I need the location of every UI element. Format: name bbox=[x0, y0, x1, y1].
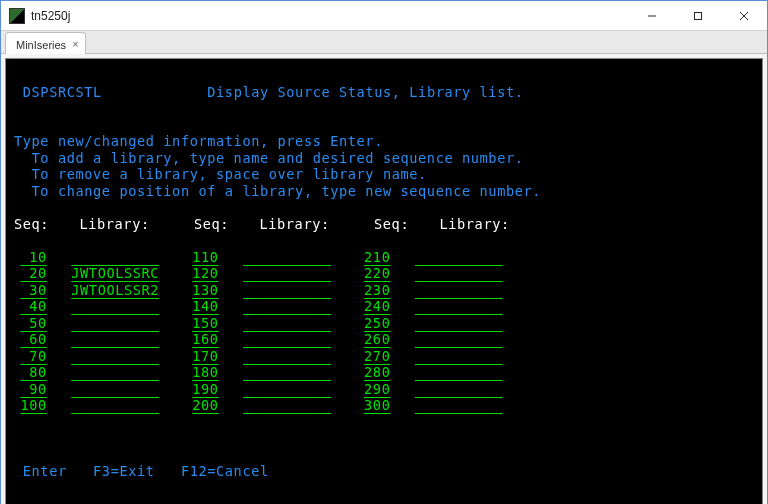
seq-field[interactable]: 150 bbox=[186, 315, 219, 332]
library-row: 20JWTOOLSSRC120 220 bbox=[14, 265, 754, 282]
library-row: 100 200 300 bbox=[14, 397, 754, 414]
seq-field[interactable]: 10 bbox=[14, 249, 47, 266]
session-tab[interactable]: MinIseries × bbox=[5, 32, 86, 54]
library-field[interactable] bbox=[415, 364, 497, 381]
seq-field[interactable]: 290 bbox=[358, 381, 391, 398]
seq-field[interactable]: 170 bbox=[186, 348, 219, 365]
seq-field[interactable]: 210 bbox=[358, 249, 391, 266]
function-keys: Enter F3=Exit F12=Cancel bbox=[23, 463, 269, 479]
library-field[interactable]: JWTOOLSSRC bbox=[71, 265, 153, 282]
seq-field[interactable]: 40 bbox=[14, 298, 47, 315]
seq-field[interactable]: 50 bbox=[14, 315, 47, 332]
close-button[interactable] bbox=[721, 1, 767, 31]
library-field[interactable] bbox=[243, 282, 325, 299]
seq-field[interactable]: 260 bbox=[358, 331, 391, 348]
seq-field[interactable]: 190 bbox=[186, 381, 219, 398]
library-field[interactable] bbox=[243, 315, 325, 332]
tab-close-icon[interactable]: × bbox=[72, 39, 78, 50]
svg-rect-1 bbox=[695, 12, 702, 19]
library-row: 70 170 270 bbox=[14, 348, 754, 365]
seq-field[interactable]: 70 bbox=[14, 348, 47, 365]
page-title: Display Source Status, Library list. bbox=[207, 84, 523, 100]
library-field[interactable] bbox=[71, 381, 153, 398]
seq-field[interactable]: 240 bbox=[358, 298, 391, 315]
library-field[interactable] bbox=[243, 298, 325, 315]
seq-field[interactable]: 110 bbox=[186, 249, 219, 266]
library-field[interactable] bbox=[415, 298, 497, 315]
library-field[interactable] bbox=[243, 265, 325, 282]
seq-field[interactable]: 160 bbox=[186, 331, 219, 348]
seq-field[interactable]: 30 bbox=[14, 282, 47, 299]
library-row: 60 160 260 bbox=[14, 331, 754, 348]
seq-field[interactable]: 20 bbox=[14, 265, 47, 282]
seq-field[interactable]: 130 bbox=[186, 282, 219, 299]
title-bar[interactable]: tn5250j bbox=[1, 1, 767, 31]
seq-field[interactable]: 120 bbox=[186, 265, 219, 282]
library-field[interactable] bbox=[71, 364, 153, 381]
seq-field[interactable]: 100 bbox=[14, 397, 47, 414]
window-title: tn5250j bbox=[31, 9, 629, 23]
seq-field[interactable]: 60 bbox=[14, 331, 47, 348]
instruction-line: Type new/changed information, press Ente… bbox=[14, 133, 383, 149]
library-list-grid: 10 110 210 20JWTOOLSSRC120 220 30JWTOOLS… bbox=[14, 249, 754, 414]
library-field[interactable] bbox=[243, 381, 325, 398]
terminal-screen[interactable]: DSPSRCSTL Display Source Status, Library… bbox=[5, 58, 763, 504]
library-field[interactable] bbox=[415, 381, 497, 398]
library-field[interactable] bbox=[415, 348, 497, 365]
library-field[interactable]: JWTOOLSSR2 bbox=[71, 282, 153, 299]
seq-field[interactable]: 220 bbox=[358, 265, 391, 282]
minimize-button[interactable] bbox=[629, 1, 675, 31]
library-field[interactable] bbox=[71, 249, 153, 266]
library-field[interactable] bbox=[243, 397, 325, 414]
app-icon bbox=[9, 8, 25, 24]
library-row: 50 150 250 bbox=[14, 315, 754, 332]
library-field[interactable] bbox=[415, 249, 497, 266]
seq-field[interactable]: 280 bbox=[358, 364, 391, 381]
seq-field[interactable]: 140 bbox=[186, 298, 219, 315]
library-field[interactable] bbox=[71, 298, 153, 315]
seq-field[interactable]: 270 bbox=[358, 348, 391, 365]
session-tab-label: MinIseries bbox=[16, 39, 66, 51]
library-row: 10 110 210 bbox=[14, 249, 754, 266]
library-row: 80 180 280 bbox=[14, 364, 754, 381]
seq-field[interactable]: 230 bbox=[358, 282, 391, 299]
library-field[interactable] bbox=[243, 331, 325, 348]
library-field[interactable] bbox=[415, 282, 497, 299]
maximize-button[interactable] bbox=[675, 1, 721, 31]
column-headers: Seq: Library:Seq: Library:Seq: Library: bbox=[14, 216, 754, 233]
instruction-line: To change position of a library, type ne… bbox=[14, 183, 541, 199]
library-field[interactable] bbox=[71, 397, 153, 414]
terminal-frame: DSPSRCSTL Display Source Status, Library… bbox=[1, 54, 767, 504]
seq-field[interactable]: 200 bbox=[186, 397, 219, 414]
library-field[interactable] bbox=[415, 331, 497, 348]
library-field[interactable] bbox=[71, 331, 153, 348]
library-field[interactable] bbox=[415, 397, 497, 414]
library-field[interactable] bbox=[243, 249, 325, 266]
library-row: 90 190 290 bbox=[14, 381, 754, 398]
seq-field[interactable]: 300 bbox=[358, 397, 391, 414]
library-field[interactable] bbox=[415, 265, 497, 282]
tab-bar: MinIseries × bbox=[1, 31, 767, 54]
library-field[interactable] bbox=[415, 315, 497, 332]
seq-field[interactable]: 250 bbox=[358, 315, 391, 332]
seq-field[interactable]: 180 bbox=[186, 364, 219, 381]
instruction-line: To remove a library, space over library … bbox=[14, 166, 427, 182]
library-field[interactable] bbox=[243, 348, 325, 365]
app-window: tn5250j MinIseries × DSPSRCSTL Display S… bbox=[0, 0, 768, 504]
library-field[interactable] bbox=[71, 348, 153, 365]
library-row: 40 140 240 bbox=[14, 298, 754, 315]
library-field[interactable] bbox=[71, 315, 153, 332]
program-id: DSPSRCSTL bbox=[23, 84, 102, 100]
instruction-line: To add a library, type name and desired … bbox=[14, 150, 523, 166]
library-row: 30JWTOOLSSR2130 230 bbox=[14, 282, 754, 299]
seq-field[interactable]: 90 bbox=[14, 381, 47, 398]
library-field[interactable] bbox=[243, 364, 325, 381]
seq-field[interactable]: 80 bbox=[14, 364, 47, 381]
